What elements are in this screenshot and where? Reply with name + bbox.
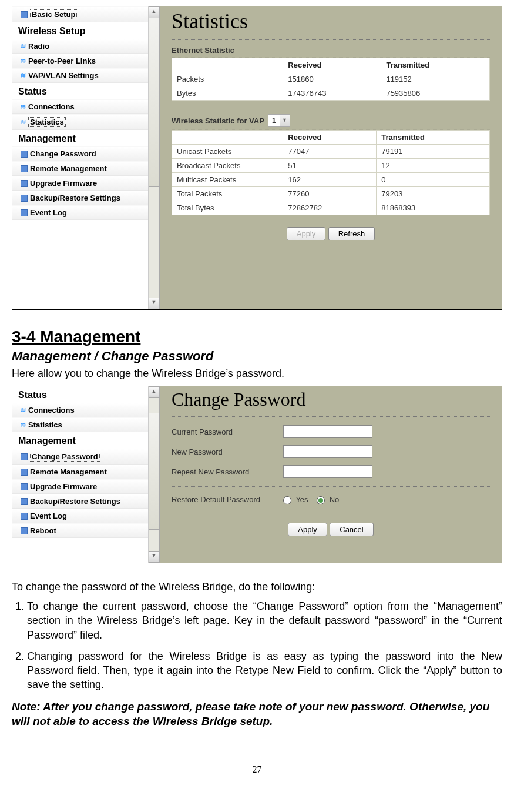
content-panel: Statistics Ethernet Statistic Received T…	[160, 6, 502, 309]
page-title: Change Password	[172, 389, 490, 410]
sidebar: Status≋Connections≋StatisticsManagementC…	[12, 386, 160, 563]
vap-select-value: 1	[272, 116, 276, 125]
row-value: 174376743	[283, 86, 381, 101]
sidebar-item[interactable]: Basic Setup	[12, 6, 159, 22]
sidebar-item[interactable]: Remote Management	[12, 465, 159, 479]
row-value: 72862782	[283, 201, 377, 215]
sidebar-item[interactable]: Backup/Restore Settings	[12, 494, 159, 509]
sidebar-item[interactable]: ≋Peer-to-Peer Links	[12, 54, 159, 68]
sidebar-item[interactable]: ≋VAP/VLAN Settings	[12, 68, 159, 83]
vap-select[interactable]: 1 ▼	[268, 114, 290, 127]
nav-heading: Status	[12, 386, 159, 403]
col-received: Received	[283, 131, 377, 145]
row-label: Multicast Packets	[172, 173, 283, 187]
sidebar-item-label: Event Log	[30, 208, 67, 217]
sidebar-item[interactable]: ≋Connections	[12, 99, 159, 114]
square-icon	[21, 165, 28, 172]
sidebar-item[interactable]: Event Log	[12, 205, 159, 220]
table-row: Multicast Packets1620	[172, 173, 490, 187]
square-icon	[21, 209, 28, 216]
sidebar-item-label: Event Log	[30, 512, 67, 520]
apply-button[interactable]: Apply	[288, 523, 327, 536]
square-icon	[21, 11, 28, 18]
doc-ordered-list: To change the current password, choose t…	[12, 599, 502, 692]
row-value: 0	[377, 173, 490, 187]
nav-heading: Wireless Setup	[12, 22, 159, 39]
table-row: Total Bytes7286278281868393	[172, 201, 490, 215]
repeat-password-field[interactable]	[283, 465, 372, 478]
new-password-field[interactable]	[283, 445, 372, 458]
row-label: Packets	[172, 72, 283, 86]
sidebar-item[interactable]: ≋Statistics	[12, 114, 159, 130]
content-panel: Change Password Current Password New Pas…	[160, 386, 502, 563]
square-icon	[21, 469, 28, 476]
sidebar-item-label: Change Password	[30, 452, 100, 462]
square-icon	[21, 453, 28, 460]
scrollbar[interactable]: ▲ ▼	[148, 386, 159, 563]
table-row: Packets151860119152	[172, 72, 490, 86]
sidebar-item[interactable]: Reboot	[12, 523, 159, 538]
current-password-field[interactable]	[283, 425, 372, 438]
table-row: Total Packets7726079203	[172, 187, 490, 201]
sidebar-item-label: Statistics	[28, 420, 62, 429]
sidebar-item[interactable]: Change Password	[12, 449, 159, 465]
sidebar-item[interactable]: Upgrade Firmware	[12, 479, 159, 494]
sidebar-item[interactable]: ≋Statistics	[12, 417, 159, 432]
sidebar-item-label: Reboot	[30, 526, 56, 535]
scroll-down-button[interactable]: ▼	[149, 298, 159, 309]
doc-list-item: To change the current password, choose t…	[27, 599, 502, 642]
sidebar-item-label: Backup/Restore Settings	[30, 193, 120, 202]
doc-list-item: Changing password for the Wireless Bridg…	[27, 649, 502, 692]
sidebar-item[interactable]: ≋Radio	[12, 39, 159, 54]
row-label: Total Packets	[172, 187, 283, 201]
sidebar-item-label: Backup/Restore Settings	[30, 497, 120, 506]
doc-paragraph: To change the password of the Wireless B…	[12, 581, 502, 593]
row-value: 151860	[283, 72, 381, 86]
sidebar-item[interactable]: Remote Management	[12, 161, 159, 176]
row-label: Unicast Packets	[172, 145, 283, 159]
row-label: Broadcast Packets	[172, 159, 283, 173]
new-password-label: New Password	[172, 447, 266, 456]
sidebar-item[interactable]: Upgrade Firmware	[12, 176, 159, 191]
sidebar-item-label: Radio	[28, 42, 49, 51]
scroll-up-button[interactable]: ▲	[149, 386, 159, 398]
square-icon	[21, 527, 28, 534]
table-row: Unicast Packets7704779191	[172, 145, 490, 159]
apply-button: Apply	[287, 227, 326, 240]
sidebar-item[interactable]: ≋Connections	[12, 403, 159, 417]
square-icon	[21, 498, 28, 505]
page-number: 27	[12, 764, 502, 775]
sidebar-item[interactable]: Backup/Restore Settings	[12, 191, 159, 205]
square-icon	[21, 180, 28, 187]
sidebar-item-label: Upgrade Firmware	[30, 482, 97, 491]
sidebar-item[interactable]: Event Log	[12, 509, 159, 523]
scroll-down-button[interactable]: ▼	[149, 551, 159, 563]
cancel-button[interactable]: Cancel	[330, 523, 373, 536]
chevron-down-icon: ▼	[280, 115, 290, 126]
sidebar-item-label: VAP/VLAN Settings	[28, 71, 99, 80]
scroll-thumb[interactable]	[149, 413, 159, 530]
doc-paragraph: Here allow you to change the Wireless Br…	[12, 367, 502, 380]
refresh-button[interactable]: Refresh	[328, 227, 375, 240]
col-transmitted: Transmitted	[381, 58, 490, 72]
restore-no-radio[interactable]	[317, 496, 325, 504]
row-label: Total Bytes	[172, 201, 283, 215]
row-value: 51	[283, 159, 377, 173]
row-value: 77047	[283, 145, 377, 159]
ethernet-table: Received Transmitted Packets151860119152…	[172, 58, 490, 101]
page-title: Statistics	[172, 9, 490, 34]
restore-default-label: Restore Default Password	[172, 495, 266, 504]
doc-note: Note: After you change password, please …	[12, 699, 502, 729]
sidebar-item-label: Remote Management	[30, 164, 107, 173]
scroll-up-button[interactable]: ▲	[149, 6, 159, 18]
scrollbar[interactable]: ▲ ▼	[148, 6, 159, 309]
sidebar-item-label: Statistics	[28, 117, 66, 127]
sidebar-item[interactable]: Change Password	[12, 146, 159, 161]
change-password-screenshot: Status≋Connections≋StatisticsManagementC…	[12, 386, 502, 563]
col-transmitted: Transmitted	[377, 131, 490, 145]
rss-icon: ≋	[21, 103, 26, 111]
rss-icon: ≋	[21, 421, 26, 429]
restore-yes-radio[interactable]	[283, 496, 291, 504]
row-value: 119152	[381, 72, 490, 86]
scroll-thumb[interactable]	[149, 18, 159, 187]
